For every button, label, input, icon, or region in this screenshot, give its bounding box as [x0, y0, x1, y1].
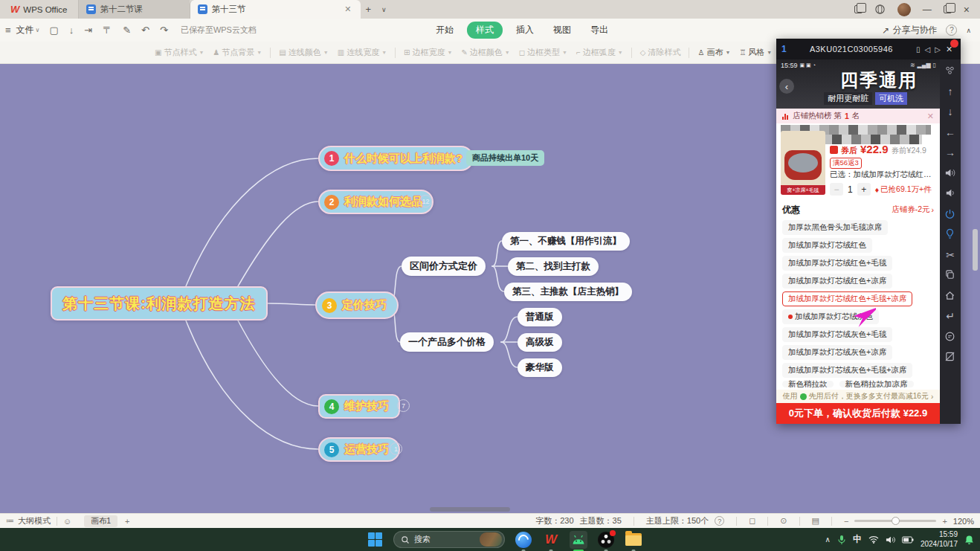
ime-indicator[interactable]: 中 — [853, 533, 862, 546]
file-menu[interactable]: 文件 — [16, 24, 34, 36]
leaf-node-1[interactable]: 第一、不赚钱【用作引流】 — [502, 232, 630, 251]
branch-node-4[interactable]: 4 维护技巧 — [318, 394, 400, 419]
menu-view[interactable]: 视图 — [547, 22, 577, 38]
fit-selection-icon[interactable]: ◻ — [749, 516, 755, 526]
root-node[interactable]: 第十三节课:利润款打造方法 — [51, 286, 268, 320]
close-window-button[interactable]: × — [964, 4, 970, 16]
zoom-out-button[interactable]: − — [844, 517, 848, 526]
volume-up-icon[interactable] — [944, 167, 956, 179]
swipe-down-icon[interactable]: ↓ — [944, 106, 956, 117]
toolbar-clear-style[interactable]: ◇清除样式 — [640, 47, 681, 58]
phone-window-header[interactable]: 1 A3KU021C03005946 ▯ ◁ ▷ ✕ — [776, 39, 961, 59]
branch-node-5[interactable]: 5 运营技巧 — [318, 437, 400, 462]
canvas-tab-1[interactable]: 画布1 — [84, 515, 117, 527]
taskbar-clock[interactable]: 15:592024/10/17 — [921, 530, 958, 549]
android-mirror-app-icon[interactable] — [570, 531, 587, 549]
limit-help-icon[interactable]: ? — [715, 516, 724, 526]
sku-option-2[interactable]: 加绒加厚款灯芯绒红色 — [782, 238, 872, 253]
toolbar-border-type[interactable]: ◻边框类型▼ — [519, 47, 567, 58]
branch-4-collapse-badge[interactable]: 7 — [397, 399, 410, 412]
menu-insert[interactable]: 插入 — [510, 22, 540, 38]
emoji-icon[interactable]: ☺ — [63, 517, 71, 526]
toolbar-node-background[interactable]: ♟节点背景▼ — [213, 47, 262, 58]
message-icon[interactable] — [944, 331, 956, 343]
next-device-icon[interactable]: ▷ — [935, 45, 941, 54]
close-phone-window[interactable]: ✕ — [945, 44, 955, 54]
sku-option-1[interactable]: 加厚款黑色骨头加毛毯凉席 — [782, 220, 888, 235]
file-menu-chevron[interactable]: ∨ — [36, 27, 40, 33]
format-painter-icon[interactable]: 〒 — [97, 24, 117, 37]
menu-style-active[interactable]: 样式 — [467, 22, 503, 39]
battery-icon[interactable] — [902, 536, 914, 544]
restore-button[interactable] — [944, 5, 952, 13]
flashlight-icon[interactable] — [944, 228, 956, 240]
zoom-in-button[interactable]: + — [942, 517, 947, 526]
toolbar-style-theme[interactable]: ♖风格▼ — [739, 47, 772, 58]
minus-button[interactable]: − — [830, 183, 843, 196]
help-icon[interactable]: ? — [946, 25, 957, 36]
home-icon[interactable] — [944, 290, 956, 302]
sku-option-9[interactable]: 加绒加厚款灯芯绒灰色+毛毯+凉席 — [782, 363, 912, 378]
canvas-horizontal-scrollbar[interactable] — [430, 507, 510, 512]
tray-expand-icon[interactable]: ∧ — [825, 535, 831, 544]
branch-2-collapse-badge[interactable]: 12 — [419, 195, 432, 207]
sku-option-5-selected[interactable]: 加绒加厚款灯芯绒红色+毛毯+凉席 — [782, 291, 912, 306]
shop-coupon-link[interactable]: 店铺券-2元› — [892, 204, 934, 215]
export-icon[interactable]: ⇥ — [79, 25, 97, 36]
power-icon[interactable] — [944, 208, 956, 220]
branch-node-2[interactable]: 2 利润款如何选品 — [318, 190, 433, 214]
branch-node-1[interactable]: 1 什么时候可以上利润款? — [318, 146, 474, 171]
leaf-node-deluxe[interactable]: 豪华版 — [518, 358, 562, 377]
sku-option-11[interactable]: 新色稍拉款加凉席 — [839, 381, 914, 387]
toolbar-canvas[interactable]: ♙画布▼ — [697, 47, 730, 58]
sku-option-3[interactable]: 加绒加厚款灯芯绒红色+毛毯 — [782, 256, 892, 271]
tab-list-chevron[interactable]: ∨ — [376, 0, 392, 19]
screenshot-scissors-icon[interactable]: ✂ — [944, 249, 956, 261]
toolbar-line-color[interactable]: ▤连线颜色▼ — [279, 47, 328, 58]
toolbar-border-radius[interactable]: ⌐边框弧度▼ — [576, 47, 623, 58]
wps-office-tab[interactable]: W WPS Office — [0, 0, 78, 19]
share-label[interactable]: 分享与协作 — [892, 24, 937, 36]
edit-pencil-icon[interactable]: ✎ — [117, 25, 136, 36]
leaf-node-3[interactable]: 第三、主推款【店主热销】 — [504, 283, 632, 301]
sub-node-multi-price[interactable]: 一个产品多个价格 — [400, 332, 494, 352]
new-doc-icon[interactable]: ▢ — [44, 25, 63, 36]
volume-down-icon[interactable] — [944, 187, 956, 199]
sku-option-4[interactable]: 加绒加厚款灯芯绒红色+凉席 — [782, 274, 892, 289]
add-canvas-button[interactable]: + — [125, 517, 129, 526]
sku-option-7[interactable]: 加绒加厚款灯芯绒灰色+毛毯 — [782, 327, 892, 342]
branch-5-collapse-badge[interactable]: 1 — [390, 442, 402, 455]
hamburger-icon[interactable]: ≡ — [0, 25, 16, 36]
minimap-icon[interactable]: ▤ — [812, 516, 819, 526]
toolbar-line-width[interactable]: ▥连线宽度▼ — [338, 47, 387, 58]
swipe-right-icon[interactable]: → — [944, 146, 956, 158]
menu-start[interactable]: 开始 — [430, 22, 460, 38]
swipe-up-icon[interactable]: ↑ — [944, 86, 956, 97]
sku-option-8[interactable]: 加绒加厚款灯芯绒灰色+凉席 — [782, 345, 892, 360]
start-button[interactable] — [366, 531, 384, 549]
notification-bell-icon[interactable] — [964, 535, 974, 545]
minimize-button[interactable]: — — [923, 4, 932, 15]
multi-window-icon[interactable] — [854, 5, 863, 13]
toolbar-border-color[interactable]: ✎边框颜色▼ — [461, 47, 509, 58]
toolbar-node-style[interactable]: ▣节点样式▼ — [155, 47, 204, 58]
swipe-left-icon[interactable]: ← — [944, 126, 956, 138]
user-avatar[interactable] — [897, 3, 911, 16]
screen-off-icon[interactable] — [944, 351, 956, 363]
plus-button[interactable]: + — [857, 183, 871, 196]
prev-device-icon[interactable]: ◁ — [925, 45, 931, 54]
canvas-vertical-scrollbar[interactable] — [973, 229, 978, 271]
leaf-node-advanced[interactable]: 高级坂 — [518, 333, 562, 352]
zoom-slider[interactable] — [854, 520, 936, 522]
product-media[interactable]: 15:59 ▣ ▣ ◔ ≋▂▄▆▯ ‹ 四季通用 耐用更耐脏 可机洗 — [776, 59, 940, 109]
menu-export[interactable]: 导出 — [584, 22, 614, 38]
leaf-node-2[interactable]: 第二、找到主打款 — [508, 257, 599, 276]
doc-tab-2-active[interactable]: 第十三节 ✕ — [190, 0, 361, 19]
wifi-icon[interactable] — [868, 535, 879, 544]
toolbar-border-width[interactable]: ⊞边框宽度▼ — [404, 47, 452, 58]
branch-node-3[interactable]: 3 定价技巧 — [315, 291, 399, 319]
sub-node-pricing-range[interactable]: 区间价方式定价 — [402, 257, 486, 276]
redo-icon[interactable]: ↷ — [155, 25, 173, 36]
back-button[interactable]: ‹ — [779, 79, 794, 94]
phone-screen[interactable]: 15:59 ▣ ▣ ◔ ≋▂▄▆▯ ‹ 四季通用 耐用更耐脏 可机洗 店铺热销榜… — [776, 59, 940, 424]
